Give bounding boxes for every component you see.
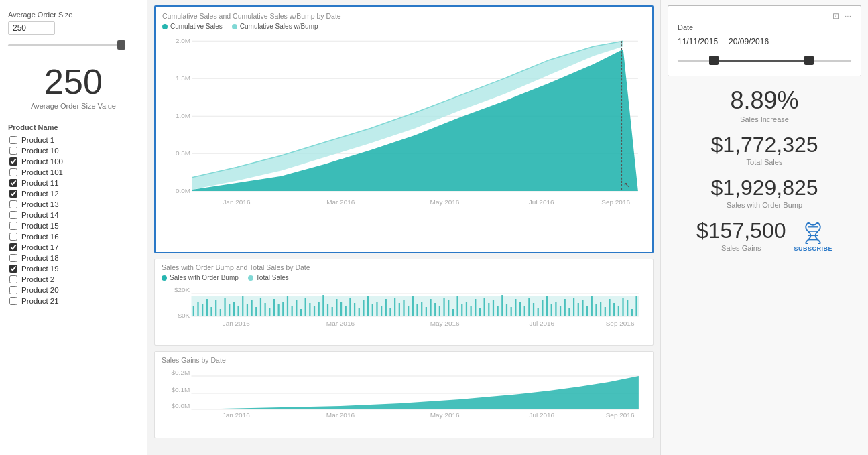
product-item[interactable]: Product 12 [8, 189, 139, 198]
svg-text:Jul 2016: Jul 2016 [529, 320, 554, 326]
product-item[interactable]: Product 16 [8, 232, 139, 241]
product-checkbox[interactable] [9, 243, 17, 251]
svg-text:1.0M: 1.0M [176, 113, 190, 120]
product-item[interactable]: Product 17 [8, 243, 139, 252]
product-checkbox[interactable] [9, 286, 17, 294]
svg-rect-116 [613, 303, 615, 316]
svg-rect-71 [412, 296, 414, 316]
svg-rect-79 [448, 300, 449, 316]
kpi-order-bump: $1,929,825 Sales with Order Bump [673, 177, 856, 209]
product-checkbox[interactable] [9, 190, 17, 198]
svg-rect-64 [381, 306, 382, 316]
svg-rect-69 [403, 300, 404, 316]
slider-thumb[interactable] [117, 40, 125, 50]
product-checkbox[interactable] [9, 179, 17, 187]
svg-rect-77 [439, 306, 440, 316]
legend-label-2: Cumulative Sales w/Bump [240, 23, 318, 30]
svg-rect-89 [493, 300, 494, 316]
product-item[interactable]: Product 11 [8, 178, 139, 188]
svg-rect-40 [273, 299, 275, 316]
product-item[interactable]: Product 2 [8, 275, 139, 284]
svg-rect-41 [278, 304, 280, 316]
product-checkbox[interactable] [9, 265, 17, 273]
svg-text:Sep 2016: Sep 2016 [601, 199, 630, 206]
svg-text:Sep 2016: Sep 2016 [606, 411, 635, 418]
svg-rect-90 [497, 306, 499, 316]
product-item[interactable]: Product 14 [8, 210, 139, 220]
svg-rect-95 [519, 302, 521, 316]
product-item[interactable]: Product 100 [8, 157, 139, 166]
bottom-chart-title: Sales Gains by Date [162, 356, 646, 364]
product-name-label: Product 10 [21, 147, 59, 155]
product-checkbox[interactable] [9, 222, 17, 230]
product-list-header: Product Name [8, 123, 139, 131]
product-checkbox[interactable] [9, 147, 17, 155]
svg-rect-96 [524, 306, 525, 316]
date-slider-thumb-left[interactable] [709, 56, 719, 65]
product-checkbox[interactable] [9, 168, 17, 176]
product-item[interactable]: Product 19 [8, 264, 139, 273]
svg-rect-26 [210, 307, 212, 316]
expand-icon[interactable]: ⊡ [832, 11, 839, 21]
product-item[interactable]: Product 15 [8, 221, 139, 231]
svg-rect-31 [233, 302, 235, 316]
svg-rect-29 [224, 298, 225, 316]
svg-rect-117 [618, 306, 619, 316]
product-name-label: Product 18 [21, 254, 59, 262]
product-checkbox[interactable] [9, 254, 17, 262]
product-item[interactable]: Product 18 [8, 253, 139, 263]
kpi-sales-gains-label: Sales Gains [696, 244, 786, 252]
date-slider-thumb-right[interactable] [804, 56, 814, 65]
svg-text:1.5M: 1.5M [176, 75, 190, 82]
svg-rect-23 [197, 302, 198, 316]
avg-order-input[interactable] [8, 21, 55, 35]
svg-rect-114 [605, 307, 606, 316]
svg-text:Jul 2016: Jul 2016 [529, 199, 554, 206]
middle-chart-legend: Sales with Order Bump Total Sales [162, 274, 646, 281]
product-item[interactable]: Product 1 [8, 135, 139, 145]
product-item[interactable]: Product 13 [8, 200, 139, 209]
product-name-label: Product 100 [21, 157, 63, 166]
svg-rect-106 [568, 308, 570, 316]
legend-dot-2 [232, 24, 237, 29]
subscribe-label[interactable]: SUBSCRIBE [794, 245, 832, 252]
svg-rect-91 [501, 295, 503, 316]
svg-rect-50 [318, 302, 320, 316]
product-checkbox[interactable] [9, 233, 17, 241]
product-checkbox[interactable] [9, 200, 17, 208]
svg-rect-111 [591, 296, 593, 316]
svg-rect-99 [538, 308, 539, 316]
product-checkbox[interactable] [9, 157, 17, 166]
product-checkbox[interactable] [9, 297, 17, 305]
more-icon[interactable]: ··· [845, 11, 851, 21]
svg-text:May 2016: May 2016 [430, 199, 460, 206]
product-item[interactable]: Product 21 [8, 296, 139, 306]
product-name-label: Product 19 [21, 265, 59, 273]
svg-rect-34 [247, 304, 248, 316]
svg-rect-88 [488, 303, 489, 316]
product-checkbox[interactable] [9, 136, 17, 144]
product-checkbox[interactable] [9, 275, 17, 283]
subscribe-section[interactable]: SUBSCRIBE [794, 220, 832, 252]
svg-rect-53 [332, 307, 333, 316]
product-checkbox[interactable] [9, 211, 17, 219]
top-chart-svg: 2.0M 1.5M 1.0M 0.5M 0.0M Jan 2016 Mar 20… [162, 34, 645, 225]
svg-text:$0.1M: $0.1M [171, 386, 190, 393]
product-item[interactable]: Product 10 [8, 146, 139, 155]
svg-text:Jul 2016: Jul 2016 [529, 411, 554, 418]
kpi-sales-increase-label: Sales Increase [673, 115, 856, 123]
svg-text:Jan 2016: Jan 2016 [223, 320, 250, 326]
avg-order-big-value: 250 [8, 64, 139, 99]
date-slider-fill [712, 60, 808, 62]
top-chart-title: Cumulative Sales and Cumulative Sales w/… [162, 12, 645, 20]
date-range: 11/11/2015 20/09/2016 [678, 37, 851, 46]
svg-rect-32 [237, 306, 239, 316]
product-item[interactable]: Product 101 [8, 168, 139, 177]
svg-text:Mar 2016: Mar 2016 [326, 199, 355, 206]
avg-order-slider[interactable] [8, 39, 125, 51]
product-name-label: Product 17 [21, 243, 59, 251]
svg-rect-43 [287, 296, 288, 316]
date-slider[interactable] [678, 53, 851, 68]
svg-rect-59 [359, 308, 360, 316]
product-item[interactable]: Product 20 [8, 285, 139, 295]
